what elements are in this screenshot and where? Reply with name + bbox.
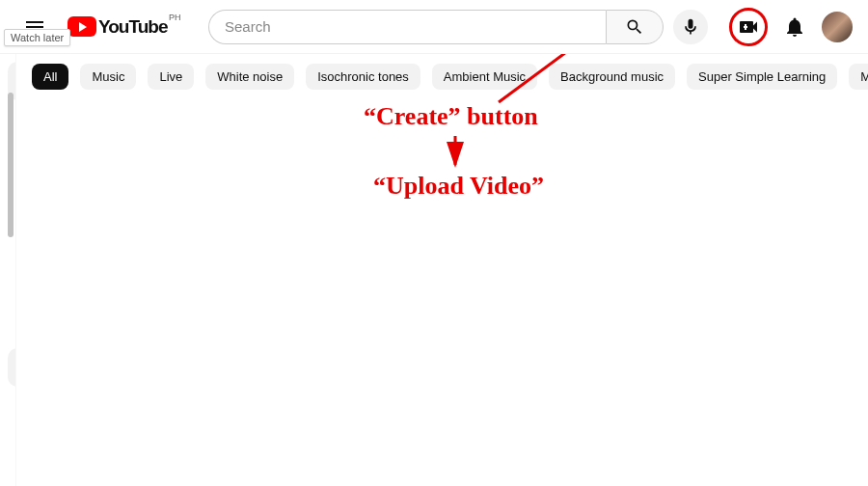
sidebar: Home Shorts Subscriptions You Your chann… [0,54,16,486]
create-button[interactable] [729,8,768,46]
search-input[interactable] [208,10,606,44]
sidebar-item-home[interactable]: Home [8,62,16,100]
annotation-overlay [16,54,868,486]
youtube-play-icon [68,16,96,37]
main-content: All Music Live White noise Isochronic to… [16,54,868,486]
chip-ambient-music[interactable]: Ambient Music [432,64,537,90]
youtube-logo[interactable]: YouTube PH [68,16,167,38]
logo-country-code: PH [169,13,181,22]
chip-super-simple[interactable]: Super Simple Learning [687,64,837,90]
sidebar-item-history[interactable]: History [8,271,16,310]
sidebar-item-shorts[interactable]: Shorts [8,100,16,139]
search-icon [625,17,644,37]
sidebar-item-subscriptions[interactable]: Subscriptions [8,139,16,177]
chip-mixes[interactable]: Mixes [849,64,868,90]
chip-isochronic-tones[interactable]: Isochronic tones [306,64,420,90]
sidebar-item-show-more[interactable]: Show more [8,387,16,425]
sidebar-heading-subscriptions: Subscriptions [8,446,16,478]
bell-icon [783,15,806,39]
logo-text: YouTube [98,16,167,38]
tooltip-watch-later: Watch later [4,29,70,46]
annotation-upload-video: “Upload Video” [373,172,544,201]
notifications-button[interactable] [775,8,814,46]
chip-live[interactable]: Live [148,64,194,90]
voice-search-button[interactable] [673,10,708,44]
account-avatar[interactable] [822,12,853,42]
sidebar-heading-you[interactable]: You [8,198,16,232]
create-video-icon [737,15,760,39]
category-chips: All Music Live White noise Isochronic to… [16,54,868,99]
annotation-create-button: “Create” button [364,102,538,131]
search-button[interactable] [606,10,664,44]
chip-background-music[interactable]: Background music [549,64,675,90]
chip-all[interactable]: All [32,64,68,90]
sidebar-item-your-videos[interactable]: Your videos [8,310,16,348]
sidebar-item-your-channel[interactable]: Your channel [8,232,16,271]
sidebar-item-watch-later[interactable]: Watch later [8,348,16,387]
chip-music[interactable]: Music [80,64,136,90]
microphone-icon [681,17,700,37]
chip-white-noise[interactable]: White noise [205,64,294,90]
app-header: YouTube PH [0,0,868,54]
